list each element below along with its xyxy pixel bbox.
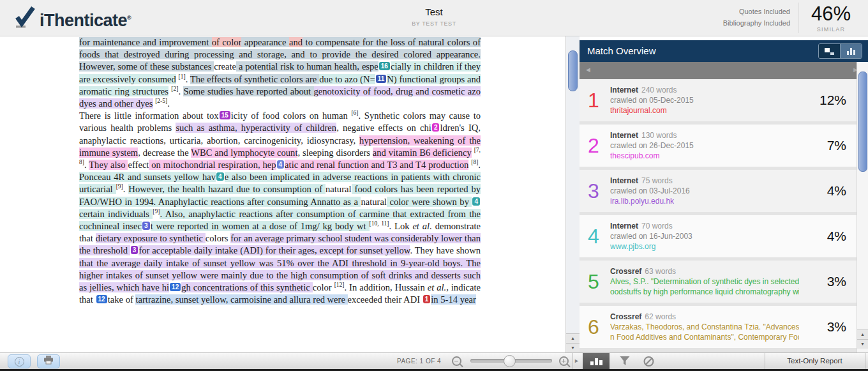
highlighted-text[interactable]: However, the health hazard due to consum… — [128, 184, 326, 194]
document-viewer: for maintenance and improvement of color… — [0, 36, 565, 352]
exclude-button[interactable] — [643, 356, 655, 370]
highlighted-text[interactable]: Some studies have reported about — [183, 86, 313, 96]
scroll-down-icon[interactable]: ▼ — [857, 339, 868, 349]
quotes-included-note: Quotes Included — [723, 6, 790, 17]
zoom-slider[interactable] — [470, 359, 552, 363]
match-overview-panel: Match Overview ◄ ► 1Internet240 wordscra… — [580, 36, 868, 352]
highlighted-text[interactable]: t were reported in women at a dose of 1m… — [151, 221, 370, 231]
highlighted-text[interactable]: and vitamin B6 deficiency — [373, 148, 472, 158]
match-badge-3[interactable]: 3 — [142, 222, 150, 230]
source-details: Internet240 wordscrawled on 05-Dec-2015t… — [608, 85, 799, 116]
match-badge-12[interactable]: 12 — [96, 295, 107, 303]
document-scrollbar[interactable]: ▲ ▼ — [565, 36, 580, 352]
match-badge-4[interactable]: 4 — [472, 197, 480, 206]
match-badge-1[interactable]: 1 — [423, 295, 431, 303]
highlighted-text[interactable]: WBC and lymphocyte count — [191, 148, 297, 158]
match-badge-2[interactable]: 2 — [432, 123, 440, 132]
highlighted-text[interactable]: certain individuals — [79, 209, 153, 219]
source-row-6[interactable]: 6Crossref62 wordsVarzakas, Theodoros, an… — [580, 306, 868, 348]
zoom-out-icon[interactable] — [452, 356, 461, 366]
document-text: icity of food colors on human — [231, 110, 352, 121]
sidebar-scrollbar[interactable]: ▲ ▼ — [857, 62, 868, 352]
match-badge-11[interactable]: 11 — [376, 75, 387, 83]
zoom-slider-thumb[interactable] — [504, 355, 516, 367]
highlighted-text[interactable]: due to azo (N= — [319, 74, 375, 84]
source-link[interactable]: Alves, S.P.. "Determination of synthetic… — [610, 276, 799, 287]
view-toggle-group — [818, 43, 862, 59]
source-word-count: 63 words — [645, 267, 676, 276]
source-word-count: 70 words — [641, 222, 673, 231]
checkmark-icon — [14, 6, 36, 33]
logo-text: iThenticate® — [40, 6, 131, 33]
source-row-5[interactable]: 5Crossref63 wordsAlves, S.P.. "Determina… — [580, 261, 868, 303]
document-text: take of — [108, 294, 136, 305]
scroll-down-icon[interactable]: ▼ — [566, 343, 580, 352]
match-badge-12[interactable]: 12 — [170, 283, 181, 291]
source-link[interactable]: n Food Additives and Contaminants", Cont… — [610, 332, 799, 342]
source-row-1[interactable]: 1Internet240 wordscrawled on 05-Dec-2015… — [580, 79, 868, 121]
source-crawl-date: crawled on 03-Jul-2016 — [610, 186, 799, 196]
match-badge-16[interactable]: 16 — [379, 62, 390, 70]
source-number: 1 — [580, 90, 608, 110]
document-text: exceeded their ADI — [348, 294, 423, 305]
highlighted-text[interactable]: for acceptable daily intake (ADI) for th… — [138, 245, 410, 255]
sidebar-scrollbar-thumb[interactable] — [858, 72, 867, 172]
document-text: . Lok — [389, 221, 412, 231]
source-list: 1Internet240 wordscrawled on 05-Dec-2015… — [580, 79, 868, 352]
document-text: create — [214, 61, 236, 72]
bibliography-included-note: Bibliography Included — [723, 17, 790, 29]
highlighted-text[interactable]: tartrazine, sunset yellow, carmoisine an… — [135, 294, 347, 305]
match-badge-4[interactable]: 4 — [277, 160, 285, 169]
citation-ref: [1] — [179, 73, 186, 80]
highlighted-text[interactable]: on mitochondrial respiration, hep — [149, 160, 276, 170]
highlighted-text[interactable]: The effects of synthetic colors are — [190, 74, 319, 84]
highlighted-text[interactable]: Ponceau 4R and sunsets yellow hav — [79, 172, 216, 182]
source-row-4[interactable]: 4Internet70 wordscrawled on 16-Jun-2003w… — [580, 215, 868, 257]
scroll-up-icon[interactable]: ▲ — [566, 333, 580, 343]
highlighted-text[interactable]: a potential risk to human health, espe — [236, 61, 378, 72]
highlighted-text[interactable]: in 5-14 year — [431, 294, 476, 305]
source-link[interactable]: thritajournal.com — [610, 105, 799, 116]
citation-ref: [12] — [334, 282, 345, 288]
source-row-2[interactable]: 2Internet130 wordscrawled on 26-Dec-2015… — [580, 125, 868, 167]
print-button[interactable] — [37, 354, 60, 368]
match-badge-3[interactable]: 3 — [131, 246, 138, 254]
footer-divider — [865, 353, 865, 369]
document-text: There is little information about tox — [79, 110, 219, 121]
source-link[interactable]: oodstuffs by high performance liquid chr… — [610, 287, 799, 297]
highlighted-text[interactable]: gh concentrations of this synthetic — [181, 282, 312, 292]
document-scrollbar-thumb[interactable] — [568, 50, 578, 91]
highlighted-text[interactable]: appearance — [241, 37, 289, 47]
printer-icon — [43, 356, 54, 367]
all-sources-view-button[interactable] — [841, 44, 862, 58]
highlighted-text[interactable]: dietary exposure to synthetic — [96, 233, 206, 243]
filter-button[interactable] — [619, 356, 631, 368]
text-only-report-button[interactable]: Text-Only Report — [765, 353, 865, 369]
highlighted-text[interactable]: for maintenance and improvement — [79, 37, 212, 47]
document-text: , sleeping disorders — [297, 148, 372, 158]
document-text: , decrease the — [138, 148, 191, 158]
citation-ref: [6] — [351, 110, 358, 116]
highlighted-text[interactable]: color were shown by — [387, 197, 472, 207]
carousel-left-icon[interactable]: ◄ — [585, 66, 592, 73]
highlighted-text[interactable]: atic and renal function and T3 and T4 pr… — [285, 160, 468, 170]
match-overview-title: Match Overview — [587, 45, 656, 56]
collapse-panel-icon[interactable]: ► — [574, 353, 580, 369]
match-badge-4[interactable]: 4 — [216, 172, 224, 181]
source-link[interactable]: Varzakas, Theodoros, and Constantina Tzi… — [610, 322, 799, 332]
scroll-up-icon[interactable]: ▲ — [857, 329, 868, 339]
source-row-3[interactable]: 3Internet75 wordscrawled on 03-Jul-2016i… — [580, 170, 868, 212]
match-badge-15[interactable]: 15 — [220, 111, 230, 119]
source-details: Internet130 wordscrawled on 26-Dec-2015t… — [608, 130, 799, 161]
match-overview-view-button[interactable] — [819, 44, 841, 58]
info-button[interactable]: i — [8, 354, 31, 368]
source-link[interactable]: www.pjbs.org — [610, 241, 799, 252]
zoom-in-icon[interactable] — [559, 356, 569, 366]
highlighted-text[interactable]: and — [289, 37, 303, 47]
match-overview-mode-button[interactable] — [583, 353, 610, 369]
highlighted-text[interactable]: They also — [89, 160, 128, 170]
source-link[interactable]: ira.lib.polyu.edu.hk — [610, 196, 799, 206]
highlighted-text[interactable]: of color — [212, 37, 242, 47]
source-link[interactable]: thescipub.com — [610, 151, 799, 161]
highlighted-text[interactable]: such as asthma, hyperactivity of childre… — [176, 123, 336, 133]
